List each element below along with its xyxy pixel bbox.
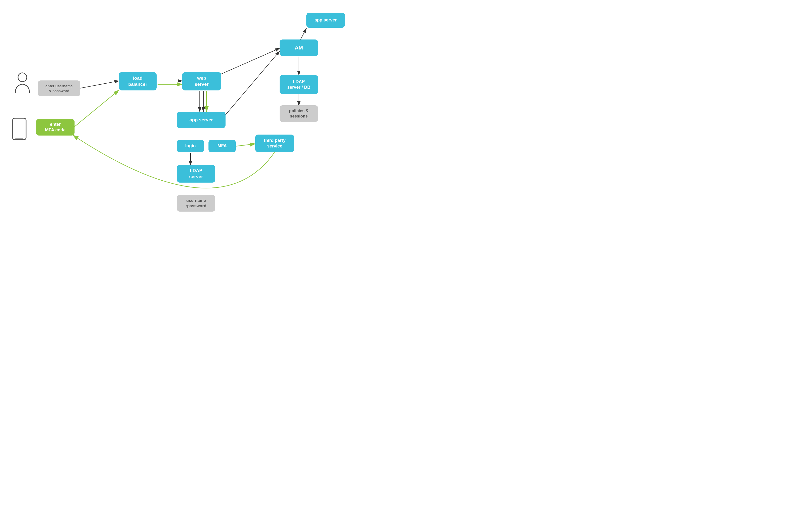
app-server-main-node: app server <box>177 112 226 128</box>
svg-line-11 <box>236 144 255 146</box>
svg-line-12 <box>221 48 280 74</box>
am-node: AM <box>280 40 318 56</box>
diagram-container: enter username & password enter MFA code… <box>0 0 406 254</box>
ldap-server-db-node: LDAPserver / DB <box>280 75 318 94</box>
enter-mfa-node: enter MFA code <box>36 119 75 135</box>
username-password-node: username:password <box>177 195 215 212</box>
svg-line-13 <box>225 51 280 115</box>
svg-rect-18 <box>13 118 26 140</box>
svg-line-3 <box>80 81 119 88</box>
third-party-service-node: third partyservice <box>255 134 294 152</box>
policies-sessions-node: policies &sessions <box>280 105 318 122</box>
web-server-node: webserver <box>182 72 221 90</box>
app-server-top-node: app server <box>306 13 345 28</box>
person-icon <box>13 72 32 95</box>
login-node: login <box>177 140 204 152</box>
mfa-node: MFA <box>208 140 236 152</box>
ldap-server-bottom-node: LDAPserver <box>177 165 215 182</box>
phone-icon <box>10 117 29 142</box>
load-balancer-node: loadbalancer <box>119 72 157 90</box>
svg-line-4 <box>74 90 119 127</box>
svg-point-17 <box>18 73 27 82</box>
enter-username-node: enter username & password <box>38 80 80 96</box>
